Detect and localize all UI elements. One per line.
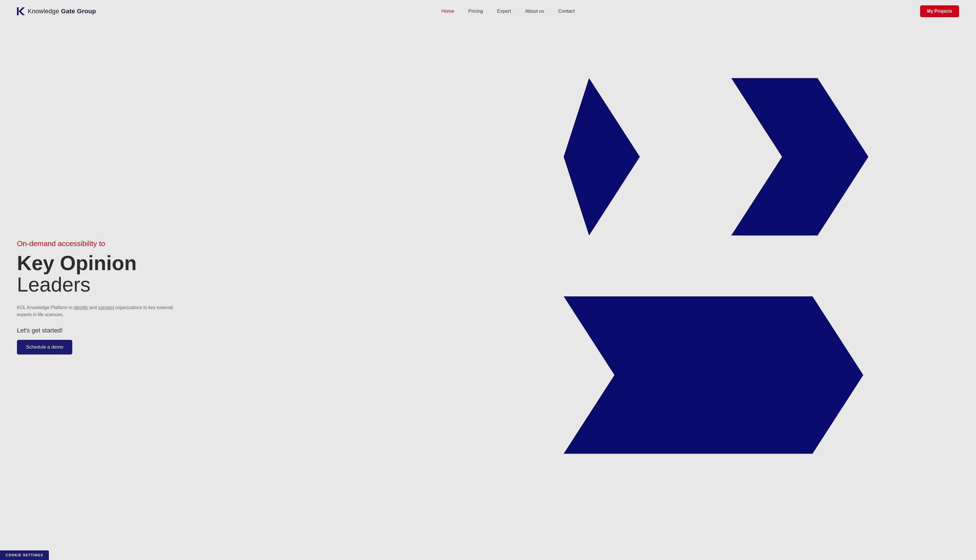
hero-visual	[448, 63, 976, 520]
nav-item-pricing[interactable]: Pricing	[468, 8, 483, 14]
nav-link-home[interactable]: Home	[441, 8, 454, 14]
svg-rect-0	[17, 7, 18, 15]
identify-link[interactable]: identify	[74, 305, 88, 310]
nav-item-expert[interactable]: Expert	[497, 8, 511, 14]
hero-description: KOL Knowledge Platform to identify and c…	[17, 304, 186, 318]
nav-link-about[interactable]: About us	[525, 8, 544, 14]
nav-link-pricing[interactable]: Pricing	[468, 8, 483, 14]
connect-link[interactable]: connect	[98, 305, 114, 310]
nav-item-home[interactable]: Home	[441, 8, 454, 14]
logo-icon	[17, 7, 25, 15]
nav-links: Home Pricing Expert About us Contact	[441, 8, 575, 14]
navbar: Knowledge Gate Group Home Pricing Expert…	[0, 0, 976, 23]
hero-title: Key Opinion Leaders	[17, 253, 186, 295]
hero-title-line1: Key Opinion	[17, 253, 186, 274]
my-projects-button[interactable]: My Projects	[920, 5, 959, 17]
nav-right: My Projects	[920, 5, 959, 17]
hero-title-line2: Leaders	[17, 274, 186, 295]
cookie-settings-button[interactable]: COOKIE SETTINGS	[0, 550, 49, 560]
logo[interactable]: Knowledge Gate Group	[17, 7, 96, 15]
nav-item-contact[interactable]: Contact	[558, 8, 575, 14]
svg-marker-3	[604, 78, 863, 235]
nav-item-about[interactable]: About us	[525, 8, 544, 14]
hero-content: On-demand accessibility to Key Opinion L…	[17, 228, 186, 354]
hero-subtitle: On-demand accessibility to	[17, 239, 186, 248]
nav-link-expert[interactable]: Expert	[497, 8, 511, 14]
hero-section: On-demand accessibility to Key Opinion L…	[0, 23, 976, 560]
svg-marker-4	[564, 297, 863, 453]
schedule-demo-button[interactable]: Schedule a demo	[17, 340, 72, 355]
hero-cta-label: Let's get started!	[17, 327, 186, 334]
chevron-graphic	[448, 63, 976, 520]
nav-link-contact[interactable]: Contact	[558, 8, 575, 14]
logo-text: Knowledge Gate Group	[28, 8, 96, 15]
svg-marker-1	[18, 7, 25, 15]
